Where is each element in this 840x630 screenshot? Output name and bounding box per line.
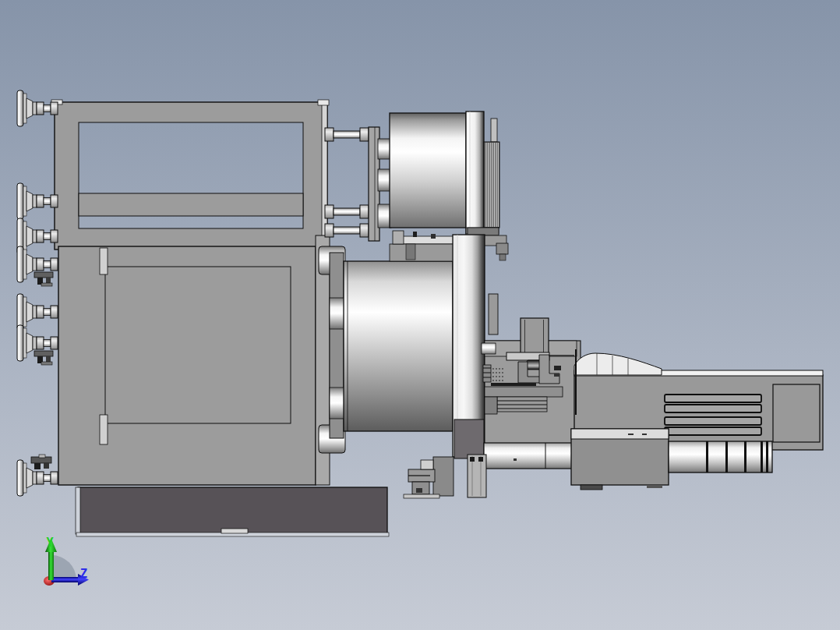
vertical-post[interactable] (521, 318, 549, 353)
bracket-bit-1 (413, 232, 417, 237)
base-edge-left (76, 487, 80, 534)
top-flange-disc[interactable] (466, 111, 484, 238)
rail-bolt-1 (470, 457, 475, 462)
motor-fin-block[interactable] (484, 142, 499, 228)
upper-frame[interactable] (51, 100, 329, 250)
cad-viewport[interactable]: Y Z (0, 0, 840, 630)
vent-slot (665, 405, 761, 412)
fin-lines (486, 143, 498, 227)
gearbox-mark-1 (628, 434, 634, 435)
gearbox[interactable] (571, 429, 669, 490)
base-plate[interactable] (76, 487, 389, 536)
gearbox-foot-2 (647, 485, 662, 488)
y-axis-label: Y (46, 536, 53, 550)
mid-drum-body[interactable] (344, 261, 453, 431)
linear-rail[interactable] (468, 455, 486, 497)
clamp-floor (404, 494, 439, 498)
bracket-dark (406, 244, 415, 260)
rail-bolt-2 (478, 457, 483, 462)
vent-slot (665, 427, 761, 435)
drive-shaft-mark (514, 458, 517, 461)
base-body[interactable] (78, 487, 387, 534)
stacked-plates (485, 397, 547, 414)
mech-bit-1 (554, 366, 561, 370)
black-bar (491, 383, 536, 386)
clamp-dark-bit (416, 488, 422, 493)
bracket-bar (402, 236, 454, 244)
z-axis-label: Z (80, 567, 87, 581)
gray-bar (485, 387, 563, 397)
lower-frame-face[interactable] (58, 246, 316, 485)
vent-slot (665, 417, 761, 425)
lower-column (433, 457, 454, 496)
top-drum-body[interactable] (390, 113, 466, 228)
gearbox-top-strip (571, 429, 669, 439)
bracket-clamp (393, 231, 404, 244)
vent-slot (665, 395, 761, 402)
window-crossbar[interactable] (79, 193, 303, 216)
frame-cap-right (318, 100, 329, 105)
clamp-light-piece (421, 460, 433, 469)
lower-frame-tab-top (100, 248, 108, 274)
ribbed-shaft[interactable] (669, 441, 772, 472)
mid-cylinder-mount[interactable] (316, 235, 345, 485)
ribbed-shaft-body[interactable] (669, 441, 772, 472)
hub-bump-top (330, 298, 344, 329)
lower-frame[interactable] (58, 246, 316, 485)
lower-frame-tab-bottom (100, 415, 108, 444)
white-stub (482, 343, 496, 354)
bracket-block (390, 244, 454, 261)
hub-bump-bottom (330, 388, 344, 419)
fin-top-stub (491, 119, 497, 142)
base-center-tab (221, 529, 248, 533)
mech-bit-2 (554, 373, 559, 377)
upper-right-bracket (489, 294, 498, 334)
drive-shaft-body[interactable] (484, 443, 572, 469)
mid-drum[interactable] (344, 261, 453, 431)
model-view[interactable]: Y Z (0, 0, 840, 630)
drive-shaft[interactable] (484, 443, 572, 469)
flange-dark-block (454, 419, 484, 458)
gearbox-mark-2 (642, 434, 647, 435)
gearbox-foot-1 (581, 485, 602, 490)
bracket-bit-2 (431, 234, 436, 239)
